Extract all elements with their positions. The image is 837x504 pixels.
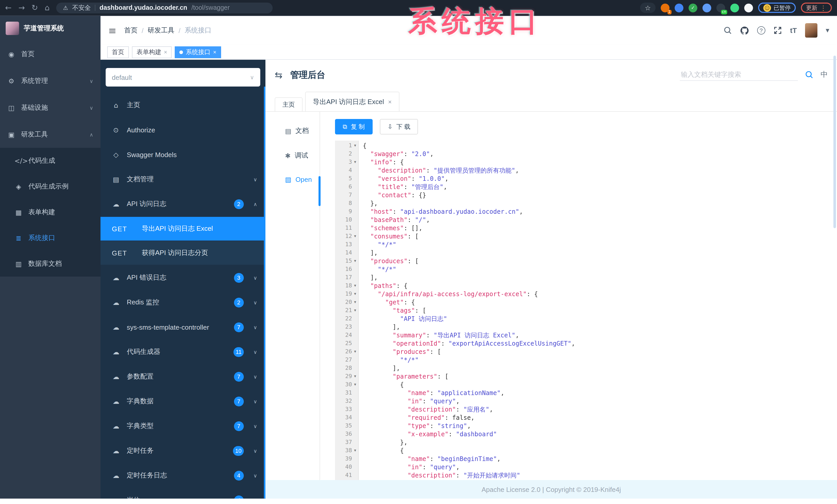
line-number[interactable]: 36 [335, 430, 358, 438]
fold-icon[interactable]: ▾ [352, 232, 358, 241]
hamburger-icon[interactable]: ≡ [108, 25, 117, 36]
line-number[interactable]: 35 [335, 422, 358, 430]
line-number[interactable]: 6 [335, 183, 358, 191]
help-icon[interactable]: ? [757, 26, 765, 35]
font-size-icon[interactable]: tT [790, 26, 797, 35]
line-number[interactable]: 22 [335, 315, 358, 323]
close-tab-icon[interactable]: × [213, 49, 216, 55]
language-toggle-icon[interactable]: 中 [820, 70, 828, 79]
line-number[interactable]: 31 [335, 389, 358, 397]
mini-nav-文档[interactable]: ▤文档 [265, 126, 320, 135]
doc-tab-主页[interactable]: 主页 [275, 97, 303, 111]
update-browser-pill[interactable]: 更新 ⋮ [801, 3, 832, 13]
line-number[interactable]: 19▾ [335, 290, 358, 298]
sidebar-subitem-系统接口[interactable]: ≣系统接口 [0, 225, 101, 251]
fold-icon[interactable]: ▾ [352, 447, 358, 455]
swagger-menu-item-API 错误日志[interactable]: ☁API 错误日志3∨ [101, 265, 265, 290]
view-tab-表单构建[interactable]: 表单构建× [132, 46, 172, 58]
swagger-menu-item-岗位[interactable]: ☁岗位4∨ [101, 488, 265, 499]
browser-menu-icon[interactable]: ⋮ [820, 4, 827, 12]
extension-check-icon[interactable]: ✓ [689, 3, 697, 12]
line-number[interactable]: 10 [335, 216, 358, 224]
line-number[interactable]: 20▾ [335, 298, 358, 306]
line-number[interactable]: 23 [335, 323, 358, 331]
sidebar-item-研发工具[interactable]: ▣研发工具∧ [0, 121, 101, 148]
swagger-menu-item-Swagger Models[interactable]: ◇Swagger Models [101, 142, 265, 167]
profile-paused-pill[interactable]: ☺ 已暂停 [758, 3, 796, 13]
line-number[interactable]: 14 [335, 249, 358, 257]
fold-icon[interactable]: ▾ [352, 372, 358, 381]
line-number[interactable]: 13 [335, 241, 358, 249]
fold-icon[interactable]: ▾ [352, 381, 358, 389]
reload-icon[interactable]: ↻ [32, 4, 38, 12]
api-operation-导出API 访问日志 Excel[interactable]: GET导出API 访问日志 Excel [101, 217, 265, 241]
swagger-menu-item-sys-sms-template-controller[interactable]: ☁sys-sms-template-controller7∨ [101, 315, 265, 339]
doc-search-input[interactable] [680, 69, 798, 81]
view-tab-系统接口[interactable]: 系统接口× [175, 46, 221, 58]
line-number[interactable]: 12▾ [335, 232, 358, 241]
swagger-menu-item-代码生成器[interactable]: ☁代码生成器11∨ [101, 339, 265, 364]
line-number[interactable]: 39 [335, 455, 358, 463]
swagger-menu-item-字典类型[interactable]: ☁字典类型7∨ [101, 414, 265, 438]
sidebar-subitem-表单构建[interactable]: ▦表单构建 [0, 199, 101, 225]
extension-translate-icon[interactable]: cn [716, 3, 725, 12]
view-tab-首页[interactable]: 首页 [107, 46, 129, 58]
fold-icon[interactable]: ▾ [352, 257, 358, 265]
fold-icon[interactable]: ▾ [352, 282, 358, 290]
sidebar-item-系统管理[interactable]: ⚙系统管理∨ [0, 68, 101, 94]
collapse-menu-icon[interactable]: ⇆ [275, 69, 282, 80]
api-group-select[interactable]: default ∨ [106, 68, 260, 87]
line-number[interactable]: 37 [335, 438, 358, 447]
line-number[interactable]: 27 [335, 356, 358, 364]
line-number[interactable]: 1▾ [335, 142, 358, 150]
copy-button[interactable]: ⧉ 复 制 [335, 119, 373, 134]
json-editor[interactable]: 1▾23▾456789101112▾131415▾161718▾19▾20▾21… [335, 141, 837, 480]
breadcrumb-devtools[interactable]: 研发工具 [148, 26, 175, 35]
page-scrollbar[interactable] [833, 56, 836, 228]
mini-nav-Open[interactable]: ▧Open [265, 176, 320, 183]
user-avatar[interactable] [805, 23, 817, 38]
line-number[interactable]: 21▾ [335, 306, 358, 315]
line-number[interactable]: 8 [335, 199, 358, 208]
line-number[interactable]: 26▾ [335, 348, 358, 356]
swagger-menu-item-参数配置[interactable]: ☁参数配置7∨ [101, 364, 265, 389]
line-number[interactable]: 34 [335, 414, 358, 422]
fold-icon[interactable]: ▾ [352, 306, 358, 315]
home-icon[interactable]: ⌂ [44, 4, 50, 12]
swagger-menu-item-API 访问日志[interactable]: ☁API 访问日志2∧ [101, 192, 265, 216]
swagger-menu-item-定时任务[interactable]: ☁定时任务10∨ [101, 438, 265, 463]
line-number[interactable]: 38▾ [335, 447, 358, 455]
line-number[interactable]: 32 [335, 397, 358, 405]
line-number[interactable]: 4 [335, 166, 358, 174]
line-number[interactable]: 24 [335, 331, 358, 339]
close-doc-tab-icon[interactable]: × [388, 98, 392, 105]
extension-proxy-icon[interactable]: 1 [661, 3, 670, 12]
swagger-menu-item-主页[interactable]: ⌂主页 [101, 93, 265, 117]
fold-icon[interactable]: ▾ [352, 290, 358, 298]
line-number[interactable]: 18▾ [335, 282, 358, 290]
sidebar-subitem-代码生成示例[interactable]: ◈代码生成示例 [0, 173, 101, 199]
sidebar-subitem-代码生成[interactable]: </>代码生成 [0, 148, 101, 173]
fold-icon[interactable]: ▾ [352, 348, 358, 356]
bookmark-star-icon[interactable]: ☆ [640, 3, 656, 13]
swagger-menu-item-Authorize[interactable]: ⊙Authorize [101, 117, 265, 142]
fullscreen-icon[interactable] [773, 26, 782, 35]
extension-leaf-icon[interactable] [730, 3, 739, 12]
fold-icon[interactable]: ▾ [352, 298, 358, 306]
line-number[interactable]: 30▾ [335, 381, 358, 389]
download-button[interactable]: ⇩ 下 载 [380, 119, 418, 134]
line-number[interactable]: 29▾ [335, 372, 358, 381]
fold-icon[interactable]: ▾ [352, 142, 358, 150]
breadcrumb-home[interactable]: 首页 [124, 26, 138, 35]
sidebar-item-首页[interactable]: ◉首页 [0, 41, 101, 68]
line-number[interactable]: 33 [335, 405, 358, 414]
line-number[interactable]: 41 [335, 471, 358, 480]
sidebar-item-基础设施[interactable]: ◫基础设施∨ [0, 94, 101, 121]
user-menu-caret-icon[interactable]: ▼ [826, 28, 829, 33]
line-number[interactable]: 15▾ [335, 257, 358, 265]
swagger-menu-item-文档管理[interactable]: ▤文档管理∨ [101, 167, 265, 192]
line-number[interactable]: 5 [335, 174, 358, 183]
line-number[interactable]: 7 [335, 191, 358, 199]
swagger-menu-item-字典数据[interactable]: ☁字典数据7∨ [101, 389, 265, 414]
line-number[interactable]: 2 [335, 150, 358, 158]
